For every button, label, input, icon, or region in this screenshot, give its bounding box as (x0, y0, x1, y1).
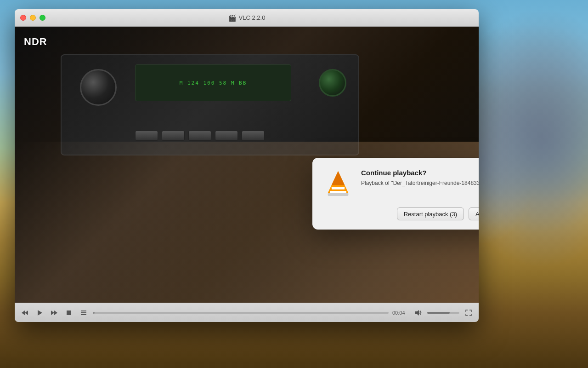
rewind-button[interactable] (19, 307, 30, 318)
stop-icon (65, 309, 73, 316)
volume-fill (427, 312, 450, 314)
svg-marker-9 (54, 310, 57, 315)
traffic-lights (20, 15, 45, 21)
svg-marker-14 (415, 310, 419, 316)
vlc-cone-logo (323, 169, 353, 198)
vlc-title-icon: 🎬 (228, 14, 236, 22)
svg-marker-8 (51, 310, 54, 315)
continue-playback-dialog: Continue playback? Playback of "Der_Tato… (312, 158, 479, 230)
svg-marker-6 (25, 310, 28, 315)
video-frame: M 124 100 58 M BB (61, 54, 359, 155)
stop-button[interactable] (63, 307, 74, 318)
fastforward-icon (51, 309, 58, 316)
svg-rect-13 (81, 314, 86, 315)
radio-display: M 124 100 58 M BB (135, 64, 291, 101)
dialog-text-area: Continue playback? Playback of "Der_Tato… (361, 169, 479, 187)
radio-buttons (135, 131, 265, 141)
close-button[interactable] (20, 15, 26, 21)
play-icon (36, 309, 43, 316)
playlist-icon (80, 309, 87, 316)
svg-rect-2 (332, 187, 345, 190)
maximize-button[interactable] (40, 15, 45, 21)
ndr-watermark: NDR (24, 36, 47, 48)
svg-rect-12 (81, 312, 86, 313)
always-continue-button[interactable]: Always continue (469, 207, 479, 220)
video-area[interactable]: M 124 100 58 M BB NDR (15, 27, 479, 303)
play-button[interactable] (34, 307, 45, 318)
svg-rect-4 (328, 193, 349, 196)
svg-rect-11 (81, 310, 86, 311)
window-title: 🎬 VLC 2.2.0 (228, 14, 266, 22)
progress-bar[interactable] (93, 312, 389, 314)
fullscreen-button[interactable] (463, 307, 474, 318)
volume-button[interactable] (413, 307, 424, 318)
progress-fill (93, 312, 95, 314)
window-title-text: VLC 2.2.0 (239, 14, 266, 21)
fullscreen-icon (465, 309, 472, 316)
dialog-title: Continue playback? (361, 169, 479, 177)
radio-knob-right (319, 69, 346, 97)
vlc-window: 🎬 VLC 2.2.0 M 124 100 58 M BB (15, 9, 479, 322)
playlist-button[interactable] (78, 307, 89, 318)
title-bar: 🎬 VLC 2.2.0 (15, 9, 479, 27)
svg-marker-1 (332, 171, 345, 185)
volume-slider[interactable] (427, 312, 459, 314)
volume-icon (414, 309, 422, 316)
rewind-icon (21, 309, 28, 316)
controls-bar: 00:04 (15, 303, 479, 322)
svg-marker-5 (22, 310, 25, 315)
radio-display-text: M 124 100 58 M BB (180, 80, 247, 86)
time-display: 00:04 (392, 310, 409, 316)
dialog-body: Playback of "Der_Tatortreiniger-Freunde-… (361, 179, 479, 187)
radio-knob-left (80, 69, 117, 106)
dialog-buttons: Restart playback (3) Always continue Con… (323, 207, 479, 220)
dialog-content: Continue playback? Playback of "Der_Tato… (323, 169, 479, 198)
restart-playback-button[interactable]: Restart playback (3) (397, 207, 464, 220)
minimize-button[interactable] (30, 15, 36, 21)
svg-rect-10 (67, 310, 71, 315)
fastforward-button[interactable] (49, 307, 60, 318)
svg-marker-7 (38, 310, 42, 316)
